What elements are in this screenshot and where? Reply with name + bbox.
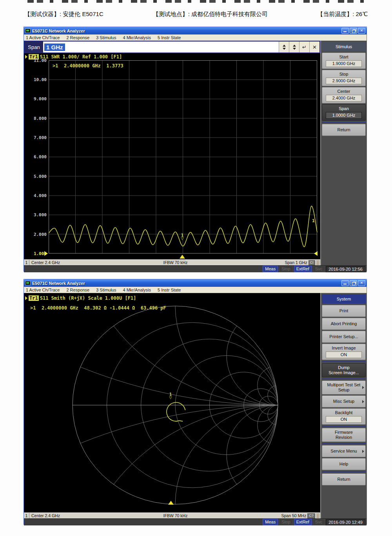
close-button[interactable]: ✕ bbox=[358, 280, 365, 286]
softkey-firmware-revision[interactable]: Firmware Revision bbox=[322, 428, 366, 442]
stop-value: 2.9000 GHz bbox=[326, 78, 362, 84]
softkey-misc-setup[interactable]: Misc Setup bbox=[322, 395, 366, 407]
trace-number-label: 1 bbox=[312, 218, 315, 223]
status-stop: Stop bbox=[279, 519, 293, 525]
softkey-dump-screen-image[interactable]: Dump Screen Image... bbox=[322, 363, 366, 377]
ref-level-left-icon bbox=[44, 251, 48, 256]
y-tick-label: 7.000 bbox=[25, 135, 47, 140]
swr-chart-area: Tr1S11 SWR 1.000/ Ref 1.000 [F1] 11.00 1… bbox=[24, 53, 320, 259]
softkey-span[interactable]: Span 1.0000 GHz bbox=[322, 104, 366, 121]
caption-row: 【测试仪器】: 安捷伦 E5071C 【测试地点】: 成都亿佰特电子科技有限公司… bbox=[24, 11, 368, 18]
trace-tag: Tr1 bbox=[29, 295, 39, 301]
spin-down-icon bbox=[283, 48, 286, 50]
y-tick-label: 9.000 bbox=[25, 96, 47, 101]
span-input-value: 1 GHz bbox=[44, 43, 65, 51]
menu-stimulus[interactable]: 3 Stimulus bbox=[96, 35, 116, 40]
restore-icon bbox=[352, 30, 356, 33]
titlebar[interactable]: E5071C Network Analyzer ✕ bbox=[24, 279, 367, 287]
close-icon: ✕ bbox=[358, 28, 365, 33]
entry-close-button[interactable]: ✕ bbox=[309, 42, 319, 53]
softkey-return[interactable]: Return bbox=[322, 124, 366, 136]
active-trace-arrow-icon bbox=[25, 296, 27, 300]
marker-stimulus-icon[interactable] bbox=[180, 255, 185, 259]
y-tick-label: 10.00 bbox=[25, 77, 47, 82]
menubar: 1 Active Ch/Trace 2 Response 3 Stimulus … bbox=[24, 287, 367, 293]
marker-readout: >1 2.4000000 GHz 1.3773 bbox=[53, 63, 123, 69]
step-spinner-small[interactable] bbox=[279, 42, 289, 53]
y-tick-label: 3.000 bbox=[25, 212, 47, 217]
marker-1[interactable]: 1 ▽ bbox=[180, 234, 185, 241]
status-meas: Meas bbox=[263, 519, 278, 525]
softkey-printer-setup[interactable]: Printer Setup... bbox=[322, 331, 366, 343]
menu-instr-state[interactable]: 5 Instr State bbox=[158, 35, 181, 40]
strip-ifbw: IFBW 70 kHz bbox=[127, 260, 223, 265]
menu-mkr-analysis[interactable]: 4 Mkr/Analysis bbox=[123, 288, 151, 292]
menu-response[interactable]: 2 Response bbox=[66, 35, 89, 40]
trace-desc: S11 SWR 1.000/ Ref 1.000 [F1] bbox=[40, 54, 122, 60]
softkey-center[interactable]: Center 2.4000 GHz bbox=[322, 87, 366, 103]
minimize-button[interactable] bbox=[341, 280, 349, 286]
minimize-icon bbox=[343, 284, 347, 284]
span-input[interactable]: 1 GHz bbox=[43, 42, 279, 53]
spin-up-icon bbox=[283, 45, 286, 47]
window-swr: E5071C Network Analyzer ✕ 1 Active Ch/Tr… bbox=[24, 27, 367, 272]
menu-active-ch-trace[interactable]: 1 Active Ch/Trace bbox=[26, 35, 60, 40]
spin-down-icon bbox=[293, 48, 296, 50]
softkey-separator bbox=[322, 426, 366, 427]
marker-1[interactable]: 1 ▽ bbox=[168, 393, 173, 400]
marker-triangle-icon: ▽ bbox=[181, 237, 184, 241]
y-tick-label: 4.000 bbox=[25, 193, 47, 198]
swr-grid bbox=[49, 60, 317, 254]
submenu-arrow-icon bbox=[362, 386, 364, 389]
trace-desc: S11 Smith (R+jX) Scale 1.000U [F1] bbox=[40, 295, 136, 301]
menu-stimulus[interactable]: 3 Stimulus bbox=[96, 288, 116, 292]
invert-image-state: ON bbox=[326, 351, 362, 358]
caption-instrument: 【测试仪器】: 安捷伦 E5071C bbox=[24, 11, 103, 18]
softkey-start[interactable]: Start 1.9000 GHz bbox=[322, 53, 366, 69]
softkey-abort-printing[interactable]: Abort Printing bbox=[322, 318, 366, 330]
titlebar[interactable]: E5071C Network Analyzer ✕ bbox=[24, 27, 367, 34]
softkey-print[interactable]: Print bbox=[322, 305, 366, 317]
strip-span: Span 1 GHz bbox=[285, 260, 307, 265]
window-title: E5071C Network Analyzer bbox=[32, 281, 340, 286]
restore-button[interactable] bbox=[350, 28, 357, 34]
close-button[interactable]: ✕ bbox=[358, 28, 365, 34]
restore-icon bbox=[352, 282, 356, 285]
softkey-sidebar: Stimulus Start 1.9000 GHz Stop 2.9000 GH… bbox=[320, 41, 367, 265]
minimize-button[interactable] bbox=[341, 28, 349, 34]
softkey-help[interactable]: Help bbox=[322, 458, 366, 470]
menu-mkr-analysis[interactable]: 4 Mkr/Analysis bbox=[123, 35, 151, 40]
trace-info: Tr1S11 Smith (R+jX) Scale 1.000U [F1] bbox=[25, 295, 136, 301]
cal-status-badge: C? bbox=[307, 513, 315, 518]
menu-active-ch-trace[interactable]: 1 Active Ch/Trace bbox=[26, 288, 60, 292]
instrument-status-bar: Meas Stop ExtRef Svc 2016-09-20 12:56 bbox=[24, 265, 367, 272]
strip-center-freq: Center 2.4 GHz bbox=[29, 260, 127, 265]
softkey-menu-title: Stimulus bbox=[322, 42, 366, 51]
entry-enter-button[interactable]: ↵ bbox=[299, 42, 309, 53]
softkey-backlight[interactable]: Backlight ON bbox=[322, 408, 366, 425]
caption-temperature: 【当前温度】: 26℃ bbox=[317, 11, 368, 18]
menu-response[interactable]: 2 Response bbox=[66, 288, 89, 292]
restore-button[interactable] bbox=[350, 280, 357, 286]
softkey-return[interactable]: Return bbox=[322, 473, 366, 485]
softkey-multiport-test-set[interactable]: Multiport Test Set Setup bbox=[322, 380, 366, 395]
softkey-service-menu[interactable]: Service Menu bbox=[322, 445, 366, 457]
softkey-separator bbox=[322, 471, 366, 472]
softkey-invert-image[interactable]: Invert Image ON bbox=[322, 344, 366, 360]
minimize-icon bbox=[343, 31, 347, 32]
submenu-arrow-icon bbox=[362, 400, 364, 403]
channel-number: 1 bbox=[24, 513, 29, 518]
channel-status-strip: 1 Center 2.4 GHz IFBW 70 kHz Span 50 MHz… bbox=[24, 512, 320, 518]
status-svc: Svc bbox=[313, 266, 325, 272]
span-entry-bar: Span 1 GHz ↵ ✕ bbox=[24, 41, 320, 53]
step-spinner-large[interactable] bbox=[289, 42, 299, 53]
marker-stimulus-icon[interactable] bbox=[168, 501, 174, 505]
strip-tick: | bbox=[316, 513, 319, 518]
menu-instr-state[interactable]: 5 Instr State bbox=[158, 288, 181, 292]
strip-center-freq: Center 2.4 GHz bbox=[29, 513, 127, 518]
entry-label: Span bbox=[25, 42, 43, 53]
softkey-stop[interactable]: Stop 2.9000 GHz bbox=[322, 70, 366, 86]
close-icon: ✕ bbox=[358, 281, 365, 286]
instrument-status-bar: Meas Stop ExtRef Svc 2016-09-20 12:49 bbox=[24, 518, 367, 525]
status-svc: Svc bbox=[313, 519, 325, 525]
